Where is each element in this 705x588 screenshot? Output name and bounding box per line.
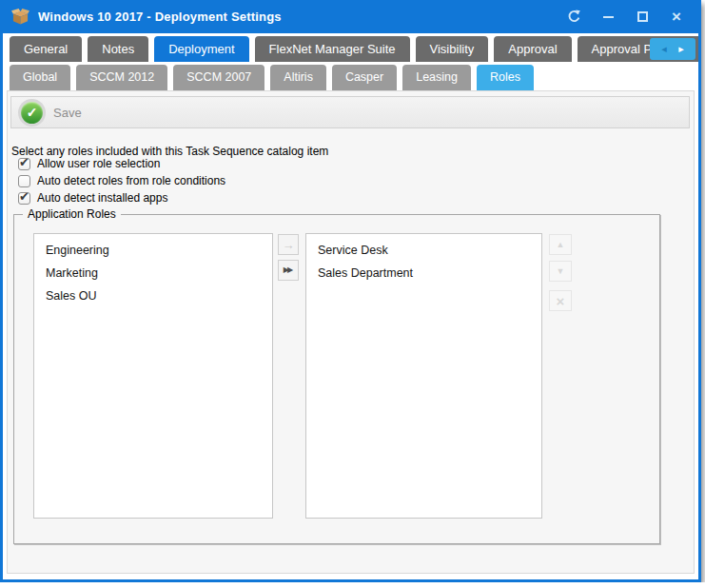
tab-casper[interactable]: Casper xyxy=(332,65,397,90)
delete-x-icon: × xyxy=(557,293,565,309)
tab-leasing[interactable]: Leasing xyxy=(402,65,471,90)
available-roles-list[interactable]: Engineering Marketing Sales OU xyxy=(33,233,273,519)
deployment-settings-window: Windows 10 2017 - Deployment Settings × … xyxy=(0,0,701,582)
arrow-right-icon: → xyxy=(283,239,295,251)
minimize-button[interactable] xyxy=(598,8,617,27)
secondary-tab-strip: Global SCCM 2012 SCCM 2007 Altiris Caspe… xyxy=(3,62,698,90)
save-button[interactable]: ✓ Save xyxy=(21,102,82,124)
refresh-icon[interactable] xyxy=(564,8,583,27)
group-legend: Application Roles xyxy=(23,207,121,221)
tab-approval[interactable]: Approval xyxy=(494,36,571,62)
package-icon xyxy=(11,9,29,25)
tab-visibility[interactable]: Visibility xyxy=(416,36,489,62)
tab-general[interactable]: General xyxy=(10,36,82,62)
window-controls: × xyxy=(564,8,692,27)
tab-sccm-2012[interactable]: SCCM 2012 xyxy=(76,65,167,90)
tab-altiris[interactable]: Altiris xyxy=(270,65,326,90)
arrow-down-icon: ▼ xyxy=(557,267,565,276)
application-roles-group: Application Roles Engineering Marketing … xyxy=(13,214,660,544)
checkbox-label: Auto detect installed apps xyxy=(37,191,167,205)
assigned-roles-list[interactable]: Service Desk Sales Department xyxy=(305,233,542,519)
tab-scroll-left-icon[interactable]: ◂ xyxy=(661,43,667,55)
order-buttons: ▲ ▼ × xyxy=(549,234,572,311)
titlebar: Windows 10 2017 - Deployment Settings × xyxy=(0,0,701,33)
list-item[interactable]: Sales Department xyxy=(306,263,541,285)
move-right-button[interactable]: → xyxy=(278,234,299,255)
tab-scroll-right-icon[interactable]: ▸ xyxy=(678,43,684,55)
checkbox-allow-user-role-selection[interactable]: ✔ Allow user role selection xyxy=(18,157,160,170)
tab-sccm-2007[interactable]: SCCM 2007 xyxy=(173,65,264,90)
primary-tab-strip: General Notes Deployment FlexNet Manager… xyxy=(3,33,698,62)
checkbox-auto-detect-roles[interactable]: ✔ Auto detect roles from role conditions xyxy=(18,174,225,187)
list-item[interactable]: Engineering xyxy=(34,240,272,263)
double-arrow-right-icon: ▶▶ xyxy=(284,266,293,274)
save-button-label: Save xyxy=(53,106,82,120)
maximize-button[interactable] xyxy=(633,8,652,27)
arrow-up-icon: ▲ xyxy=(557,241,565,249)
window-title: Windows 10 2017 - Deployment Settings xyxy=(38,10,282,24)
list-item[interactable]: Service Desk xyxy=(306,240,541,263)
tab-notes[interactable]: Notes xyxy=(88,36,148,62)
tab-roles[interactable]: Roles xyxy=(477,65,534,90)
close-button[interactable]: × xyxy=(667,8,686,27)
instruction-label: Select any roles included with this Task… xyxy=(11,145,328,158)
toolbar: ✓ Save xyxy=(10,96,690,128)
remove-button[interactable]: × xyxy=(549,290,572,311)
tab-flexnet-manager-suite[interactable]: FlexNet Manager Suite xyxy=(255,36,410,62)
move-buttons: → ▶▶ xyxy=(278,234,299,281)
checkbox-icon[interactable]: ✔ xyxy=(18,192,30,205)
checkbox-icon[interactable]: ✔ xyxy=(18,158,30,170)
checkbox-label: Auto detect roles from role conditions xyxy=(37,174,225,187)
list-item[interactable]: Marketing xyxy=(34,263,272,285)
tab-global[interactable]: Global xyxy=(10,65,70,90)
move-down-button[interactable]: ▼ xyxy=(549,261,572,282)
window-frame: General Notes Deployment FlexNet Manager… xyxy=(3,33,698,579)
roles-tab-panel: ✓ Save Select any roles included with th… xyxy=(7,90,695,574)
list-item[interactable]: Sales OU xyxy=(34,285,272,308)
tab-deployment[interactable]: Deployment xyxy=(154,36,248,62)
move-up-button[interactable]: ▲ xyxy=(549,234,572,255)
checkbox-auto-detect-installed-apps[interactable]: ✔ Auto detect installed apps xyxy=(18,191,167,205)
move-all-right-button[interactable]: ▶▶ xyxy=(278,260,299,281)
save-check-icon: ✓ xyxy=(21,102,43,124)
checkbox-icon[interactable]: ✔ xyxy=(18,175,30,187)
tab-scroll-buttons: ◂ ▸ xyxy=(650,38,695,60)
checkbox-label: Allow user role selection xyxy=(37,157,160,170)
